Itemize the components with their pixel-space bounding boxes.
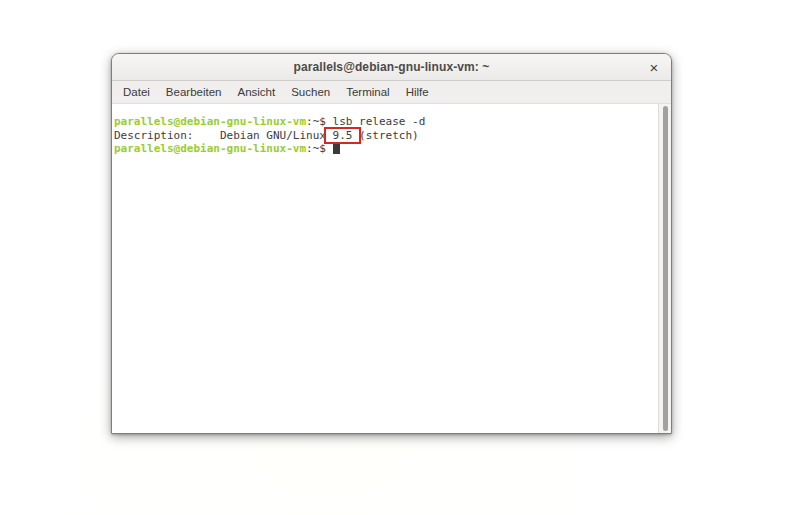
description-text: Description: Debian GNU/Linux (114, 129, 326, 142)
terminal-window: parallels@debian-gnu-linux-vm: ~ × Datei… (111, 53, 672, 434)
shell-prompt-suffix: :~$ (306, 115, 333, 128)
menu-item-datei[interactable]: Datei (115, 83, 158, 101)
window-title: parallels@debian-gnu-linux-vm: ~ (294, 60, 490, 74)
terminal-output-area[interactable]: parallels@debian-gnu-linux-vm:~$ lsb_rel… (112, 104, 671, 433)
terminal-line-command: parallels@debian-gnu-linux-vm:~$ lsb_rel… (114, 115, 655, 129)
terminal-line-description: Description: Debian GNU/Linux 9.5 (stret… (114, 129, 655, 143)
menu-item-hilfe[interactable]: Hilfe (398, 83, 437, 101)
terminal-line-prompt: parallels@debian-gnu-linux-vm:~$ (114, 142, 655, 156)
shell-prompt: parallels@debian-gnu-linux-vm (114, 142, 306, 155)
menu-item-ansicht[interactable]: Ansicht (229, 83, 283, 101)
typed-command: lsb_release -d (333, 115, 426, 128)
menu-item-bearbeiten[interactable]: Bearbeiten (158, 83, 230, 101)
shell-prompt: parallels@debian-gnu-linux-vm (114, 115, 306, 128)
version-highlight-box: 9.5 (326, 129, 359, 142)
desktop-wallpaper: parallels@debian-gnu-linux-vm: ~ × Datei… (0, 0, 785, 515)
titlebar[interactable]: parallels@debian-gnu-linux-vm: ~ × (112, 54, 671, 81)
codename-text: (stretch) (359, 129, 419, 142)
terminal-scrollbar[interactable] (658, 104, 671, 433)
close-icon[interactable]: × (644, 57, 664, 77)
menu-item-suchen[interactable]: Suchen (283, 83, 338, 101)
shell-prompt-suffix: :~$ (306, 142, 333, 155)
menu-item-terminal[interactable]: Terminal (338, 83, 397, 101)
scrollbar-thumb[interactable] (663, 106, 668, 431)
menubar: Datei Bearbeiten Ansicht Suchen Terminal… (112, 81, 671, 104)
terminal-cursor (333, 142, 340, 154)
